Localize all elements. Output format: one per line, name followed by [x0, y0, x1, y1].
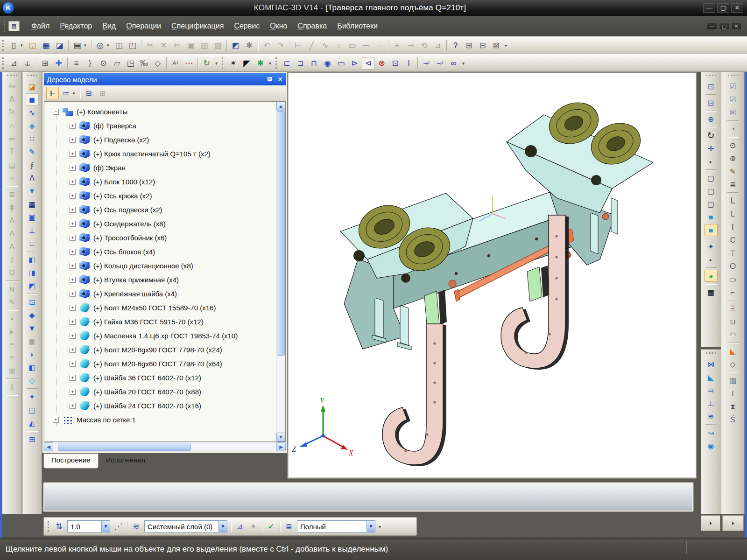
spline-tool-icon[interactable]: ∿: [26, 106, 39, 119]
tree-item-label[interactable]: (+) Болт М20-6gх60 ГОСТ 7798-70 (x64): [93, 360, 222, 368]
tree-item[interactable]: +(+) Масленка 1.4.Ц6.хр ГОСТ 19853-74 (x…: [44, 329, 276, 343]
cube-gear-icon[interactable]: ✦: [26, 391, 39, 403]
shaded-edges-view-icon[interactable]: ■: [705, 224, 718, 236]
profile-round-icon[interactable]: O: [726, 260, 740, 272]
profile-ibeam-icon[interactable]: Ι: [726, 221, 740, 233]
menu-specification[interactable]: Спецификация: [166, 20, 229, 32]
diamond-center-icon[interactable]: ◇: [726, 358, 740, 370]
extrude-cube-icon[interactable]: ◧: [26, 253, 39, 266]
tree-item-label[interactable]: (+) Ось крюка (x2): [93, 192, 152, 200]
face-select-icon[interactable]: ⊡: [26, 296, 39, 308]
profile-angle-2-icon[interactable]: L: [726, 208, 740, 220]
tree-item[interactable]: +(+) Крюк пластинчатый Q=105 т (x2): [44, 147, 276, 161]
revolve-cube-icon[interactable]: ◩: [26, 280, 39, 292]
layers-icon[interactable]: ≋: [130, 520, 142, 533]
mate-stop-icon[interactable]: ⊗: [375, 57, 388, 70]
tree-item-label[interactable]: (+) Кольцо дистанционное (x8): [93, 262, 193, 270]
scroll-thumb[interactable]: [277, 111, 285, 356]
zoom-in-icon[interactable]: ⊕: [705, 113, 718, 125]
scale-brace-icon[interactable]: }: [84, 57, 96, 70]
percent-dim-icon[interactable]: ‰: [138, 57, 150, 70]
collapse-box[interactable]: −: [53, 109, 59, 115]
zoom-frame-icon[interactable]: ⊡: [705, 80, 718, 92]
hourglass-section-icon[interactable]: ⧗: [726, 400, 740, 413]
pin-icon[interactable]: [267, 77, 273, 83]
wireframe-view-icon[interactable]: ▢: [705, 172, 718, 184]
toolbar-grip[interactable]: [7, 75, 17, 77]
tree-item-label[interactable]: (+) Масленка 1.4.Ц6.хр ГОСТ 19853-74 (x1…: [93, 332, 238, 340]
step-snap-icon[interactable]: ⇅: [53, 520, 65, 533]
expand-box[interactable]: +: [70, 319, 76, 325]
mate-pin-icon[interactable]: ⊓: [308, 57, 320, 70]
toolbar-grip[interactable]: [2, 57, 5, 69]
surface-sheet-icon[interactable]: ◈: [26, 119, 39, 132]
tree-item[interactable]: +(+) Подвеска (x2): [44, 133, 276, 147]
expand-box[interactable]: +: [70, 235, 76, 241]
shaded-view-icon[interactable]: ■: [705, 211, 718, 223]
scroll-up-arrow[interactable]: ▲: [276, 102, 285, 111]
toolbar-overflow-chevron[interactable]: ▾: [460, 57, 466, 70]
profile-dome-icon[interactable]: ◠: [726, 329, 740, 341]
tree-item[interactable]: +(+) Шайба 20 ГОСТ 6402-70 (x88): [44, 385, 276, 399]
expand-box[interactable]: +: [70, 347, 76, 353]
scroll-right-arrow[interactable]: ▶: [276, 442, 286, 451]
tree-doc-icon[interactable]: ⊟: [83, 87, 95, 99]
mate-box-icon[interactable]: ⊡: [389, 57, 402, 70]
model-viewport[interactable]: Y X Z: [287, 72, 697, 479]
expand-box[interactable]: +: [70, 193, 76, 199]
expand-box[interactable]: +: [70, 123, 76, 129]
tree-item[interactable]: +(+) Шайба 24 ГОСТ 6402-70 (x16): [44, 399, 276, 413]
mate-parallel-planes-icon[interactable]: ⋈: [705, 358, 718, 370]
diameter-dim-icon[interactable]: ⊙: [97, 57, 110, 70]
dropdown-arrow[interactable]: ▾: [107, 43, 112, 48]
s-profile-icon[interactable]: Ś: [726, 413, 740, 426]
menu-file[interactable]: Файл: [26, 20, 55, 32]
expand-box[interactable]: +: [70, 263, 76, 269]
dropdown-arrow[interactable]: ▾: [73, 91, 78, 96]
axes-tool-icon[interactable]: ⫝: [21, 57, 34, 70]
grill-section-icon[interactable]: ▥: [726, 374, 740, 386]
toolbar-grip[interactable]: [275, 57, 278, 69]
expand-box[interactable]: +: [70, 305, 76, 311]
check-clearance-icon[interactable]: ☒: [726, 106, 740, 119]
tree-item-label[interactable]: (ф) Траверса: [93, 122, 136, 130]
current-state-icon[interactable]: ◼: [26, 93, 39, 105]
cut-cube-icon[interactable]: ◨: [26, 266, 39, 279]
distance-1-icon[interactable]: ⊸¹: [420, 57, 433, 70]
component-rebuild-icon[interactable]: ✱: [243, 39, 255, 52]
constraints-check-icon[interactable]: ✓: [265, 520, 277, 533]
mass-properties-icon[interactable]: ⊙: [726, 139, 740, 151]
tree-item-label[interactable]: (+) Шайба 36 ГОСТ 6402-70 (x12): [93, 374, 201, 382]
menu-operations[interactable]: Операции: [121, 20, 166, 32]
close-button[interactable]: ✕: [731, 3, 743, 13]
grid-icon[interactable]: ⊞: [39, 57, 51, 70]
scroll-left-arrow[interactable]: ◀: [44, 442, 53, 451]
sketch-mode-icon[interactable]: ⊿: [233, 520, 246, 533]
toolbar-overflow-chevron[interactable]: ▾: [377, 520, 383, 533]
expand-box[interactable]: +: [70, 277, 76, 283]
settings-tools-icon[interactable]: ✱: [254, 57, 267, 70]
doc-close-button[interactable]: ✕: [731, 22, 741, 30]
menu-window[interactable]: Окно: [265, 20, 292, 32]
tree-item-label[interactable]: (+) Гайка М36 ГОСТ 5915-70 (x12): [93, 318, 204, 326]
layer-dropdown-arrow[interactable]: ▼: [218, 521, 227, 532]
tree-item-label[interactable]: Массив по сетке:1: [77, 416, 136, 424]
detail-combo[interactable]: Полный ▼: [297, 520, 375, 532]
rotate-model-icon[interactable]: ◕: [705, 270, 718, 282]
tab-construction[interactable]: Построение: [43, 454, 99, 469]
print-preview-icon[interactable]: ◎: [94, 39, 106, 52]
doc-minimize-button[interactable]: —: [707, 22, 717, 30]
tree-item-label[interactable]: (ф) Экран: [93, 164, 126, 172]
expand-box[interactable]: +: [70, 137, 76, 143]
expand-box[interactable]: +: [70, 361, 76, 367]
chain-links-icon[interactable]: ∞: [447, 57, 460, 70]
expand-box[interactable]: +: [70, 249, 76, 255]
calculator-icon[interactable]: ▦: [26, 198, 39, 210]
tree-item[interactable]: +(+) Болт М20-6gх90 ГОСТ 7798-70 (x24): [44, 343, 276, 357]
profile-tee-icon[interactable]: ⊤: [726, 247, 740, 259]
sketch-tool-icon[interactable]: ✎: [26, 146, 39, 158]
perspective-light-icon[interactable]: ✦: [705, 240, 718, 252]
layer-combo[interactable]: Системный слой (0) ▼: [144, 520, 227, 532]
expand-box[interactable]: +: [70, 179, 76, 185]
leader-dots-icon[interactable]: ⋯: [183, 57, 195, 70]
